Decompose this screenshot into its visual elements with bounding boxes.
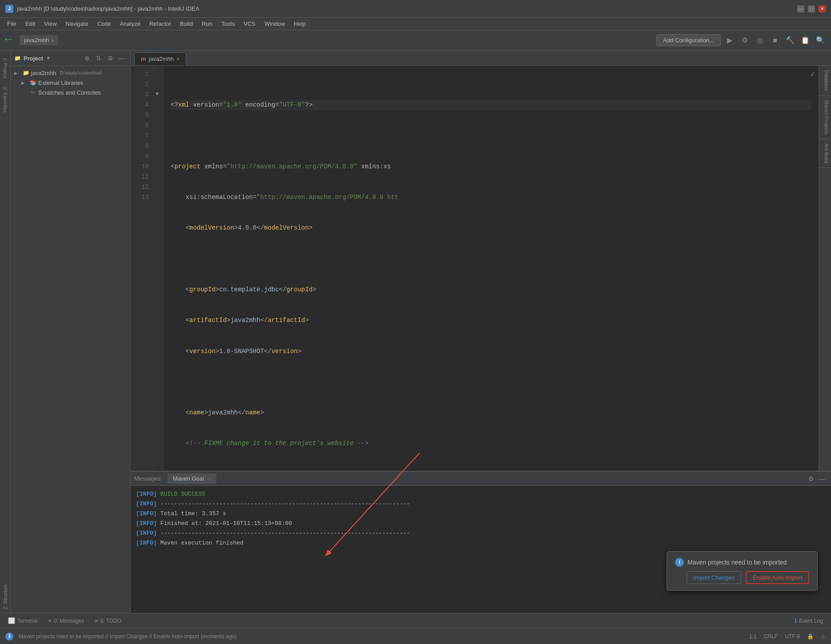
todo-label: 6: TODO [100,618,122,624]
info-icon: ℹ [795,617,797,624]
menu-analyze[interactable]: Analyze [116,20,144,28]
sidebar-settings-button[interactable]: ⚙ [105,53,115,63]
tab-close-button[interactable]: × [176,56,180,62]
console-line-3: [INFO] Total time: 3.357 s [136,509,826,519]
status-info-icon: ℹ [5,632,13,640]
sidebar-collapse-button[interactable]: — [117,53,127,63]
tree-arrow-scratch [21,90,28,95]
code-line-3: <project xmlns="http://maven.apache.org/… [171,162,811,172]
popup-info-icon: i [675,558,684,567]
warning-icon[interactable]: ⚠ [821,633,826,640]
tree-label-java2mhh: java2mhh [31,70,56,76]
menu-file[interactable]: File [4,20,20,28]
window-controls: — □ ✕ [797,5,826,12]
menu-vcs[interactable]: VCS [240,20,259,28]
tree-item-java2mhh[interactable]: ▶ 📁 java2mhh D:\study\codes\had [11,68,130,78]
menu-run[interactable]: Run [198,20,216,28]
ant-build-panel-tab[interactable]: Ant Build [819,139,831,168]
console-line-2: [INFO] ---------------------------------… [136,499,826,509]
menu-view[interactable]: View [40,20,60,28]
console-output: [INFO] BUILD SUCCESS [INFO] ------------… [131,486,831,613]
build-queue-button[interactable]: 📋 [799,34,811,47]
settings-tool-button[interactable]: ⚙ [806,474,816,484]
project-tree: ▶ 📁 java2mhh D:\study\codes\had ▶ 📚 Exte… [11,66,130,613]
popup-title-text: Maven projects need to be imported [687,559,787,566]
maximize-button[interactable]: □ [808,5,815,12]
project-selector[interactable]: java2mhh › [20,35,58,45]
import-changes-button[interactable]: Import Changes [687,571,741,584]
left-vertical-strip: 1: Project 2: Favorites Z: Structure [0,51,11,613]
add-configuration-button[interactable]: Add Configuration... [656,34,721,46]
lock-icon[interactable]: 🔒 [807,633,814,640]
favorites-panel-tab[interactable]: 2: Favorites [2,83,9,116]
console-line-5: [INFO] ---------------------------------… [136,529,826,538]
todo-tab[interactable]: ≡ 6: TODO [90,616,126,626]
todo-icon: ≡ [95,617,98,624]
event-log-tab[interactable]: ℹ Event Log [790,616,827,626]
menu-tools[interactable]: Tools [218,20,238,28]
popup-title-row: i Maven projects need to be imported [675,558,809,567]
tree-item-scratches[interactable]: ✏ Scratches and Consoles [11,87,130,97]
code-line-10 [171,377,811,387]
project-sidebar: 📁 Project ▼ ⊕ ⇅ ⚙ — ▶ 📁 java2mhh D:\stud… [11,51,131,613]
console-line-1: [INFO] BUILD SUCCESS [136,489,826,499]
sidebar-sort-button[interactable]: ⇅ [94,53,104,63]
event-log-label: Event Log [799,618,823,624]
code-content[interactable]: ✓ <?xml version="1.0" encoding="UTF-8"?>… [164,66,819,471]
tree-label-scratches: Scratches and Consoles [38,89,101,96]
run-button[interactable]: ▶ [723,34,736,47]
line-separator[interactable]: CRLF [764,633,778,640]
menu-navigate[interactable]: Navigate [62,20,92,28]
title-bar: J java2mhh [D:\study\codes\hadoop\java2m… [0,0,831,18]
encoding[interactable]: UTF-8 [785,633,800,640]
database-panel-tab[interactable]: Database [819,66,831,96]
stop-button[interactable]: ■ [769,34,781,47]
code-line-11: <name>java2mhh</name> [171,408,811,418]
tree-arrow: ▶ [14,71,20,76]
menu-build[interactable]: Build [176,20,196,28]
console-line-4: [INFO] Finished at: 2021-01-10T11:15:13+… [136,519,826,529]
build-button[interactable]: 🔨 [784,34,796,47]
menu-help[interactable]: Help [290,20,309,28]
menu-refactor[interactable]: Refactor [146,20,175,28]
tree-path-java2mhh: D:\study\codes\had [60,70,101,76]
profile-button[interactable]: ◎ [754,34,766,47]
menu-code[interactable]: Code [94,20,115,28]
code-line-2 [171,131,811,141]
tab-m-icon: m [141,56,146,62]
app-icon: J [5,5,13,13]
status-right: 1:1 CRLF UTF-8 🔒 ⚠ [749,633,826,640]
messages-tab[interactable]: ≡ 0: Messages [44,616,88,626]
maven-projects-panel-tab[interactable]: Maven Projects [819,96,831,139]
status-message: Maven projects need to be imported // Im… [19,633,744,640]
messages-icon: ≡ [48,617,52,624]
code-line-1: <?xml version="1.0" encoding="UTF-8"?> [171,100,811,110]
vcs-icon[interactable]: ⭠ [4,36,12,45]
console-line-6: [INFO] Maven execution finished [136,538,826,548]
sidebar-add-button[interactable]: ⊕ [82,53,92,63]
minimize-panel-button[interactable]: — [818,474,827,484]
messages-tab-label: 0: Messages [54,618,84,624]
code-line-7: <groupId>cn.template.jdbc</groupId> [171,285,811,295]
terminal-tab[interactable]: ⬜ Terminal [4,616,42,626]
minimize-button[interactable]: — [797,5,804,12]
editor-tab-java2mhh[interactable]: m java2mhh × [134,52,186,65]
line-numbers: 1 2 3 4 5 6 7 8 9 10 11 12 13 [131,66,154,471]
code-editor: 1 2 3 4 5 6 7 8 9 10 11 12 13 ▼ [131,66,831,471]
debug-button[interactable]: ⚙ [739,34,751,47]
menu-edit[interactable]: Edit [22,20,39,28]
close-button[interactable]: ✕ [819,5,826,12]
tree-item-external-libraries[interactable]: ▶ 📚 External Libraries [11,78,130,87]
bottom-tools: ⚙ — [806,474,827,484]
search-everywhere-button[interactable]: 🔍 [814,34,827,47]
project-name-label: java2mhh [24,37,49,44]
cursor-position[interactable]: 1:1 [749,633,757,640]
maven-goal-tab[interactable]: Maven Goal × [168,473,216,484]
maven-goal-close[interactable]: × [208,476,211,481]
project-panel-tab[interactable]: 1: Project [2,54,9,82]
code-line-9: <version>1.0-SNAPSHOT</version> [171,346,811,357]
structure-panel-tab[interactable]: Z: Structure [2,580,9,613]
menu-window[interactable]: Window [261,20,288,28]
project-chevron: › [52,37,53,44]
enable-auto-import-button[interactable]: Enable Auto-Import [746,571,809,584]
